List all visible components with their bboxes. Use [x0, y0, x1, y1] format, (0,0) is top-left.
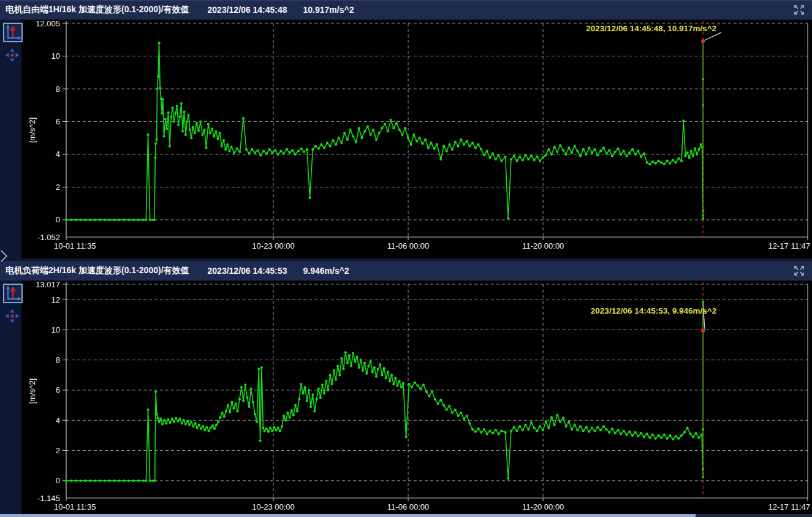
- chart-panel-motor-free-end: 电机自由端1H/16k 加速度波形(0.1-2000)/有效值 2023/12/…: [0, 0, 812, 258]
- y-tick-label: 8: [56, 85, 60, 94]
- y-tick-label: 0: [56, 476, 60, 485]
- x-tick-label: 11-06 00:00: [387, 241, 429, 251]
- app-root: 电机自由端1H/16k 加速度波形(0.1-2000)/有效值 2023/12/…: [0, 0, 812, 517]
- move-cross-icon[interactable]: [6, 48, 19, 62]
- chart-cursor-datetime: 2023/12/06 14:45:53: [208, 266, 287, 276]
- x-tick-label: 10-01 11:35: [54, 241, 96, 251]
- cursor-annotation: 2023/12/06 14:45:48, 10.917m/s^2: [586, 24, 716, 33]
- tool-rail: [0, 281, 21, 514]
- axis-arrow-tool-icon[interactable]: [3, 284, 23, 303]
- trend-chart-motor-free-end: 024681012.005-1.05210-01 11:3510-23 00:0…: [21, 20, 812, 258]
- y-min-label: -1.145: [37, 494, 60, 503]
- x-tick-label: 12-17 11:47: [768, 502, 810, 511]
- chart-title: 电机负荷端2H/16k 加速度波形(0.1-2000)/有效值: [6, 265, 189, 276]
- cursor-leader-line: [703, 32, 721, 41]
- scrollbar-thumb[interactable]: [0, 514, 696, 517]
- y-max-label: 13.017: [36, 281, 60, 289]
- chart-body: 024681012.005-1.05210-01 11:3510-23 00:0…: [0, 20, 812, 258]
- tool-rail: [0, 20, 21, 258]
- y-tick-label: 2: [56, 183, 60, 192]
- cursor-marker[interactable]: [701, 39, 705, 43]
- y-tick-label: 10: [51, 325, 60, 334]
- expand-arrows-icon[interactable]: [794, 265, 805, 276]
- x-tick-label: 11-20 00:00: [522, 241, 564, 251]
- chart-title: 电机自由端1H/16k 加速度波形(0.1-2000)/有效值: [6, 4, 189, 15]
- expand-arrows-icon[interactable]: [794, 4, 805, 15]
- y-tick-label: 8: [56, 355, 60, 364]
- x-tick-label: 11-20 00:00: [522, 502, 564, 511]
- series-line: [66, 41, 703, 220]
- y-tick-label: 12: [51, 295, 60, 304]
- y-axis-label: [m/s^2]: [28, 379, 37, 404]
- chart-header: 电机负荷端2H/16k 加速度波形(0.1-2000)/有效值 2023/12/…: [0, 261, 812, 281]
- axis-arrow-tool-icon[interactable]: [3, 23, 23, 42]
- y-tick-label: 6: [56, 117, 60, 126]
- cursor-marker[interactable]: [701, 328, 705, 332]
- x-tick-label: 10-23 00:00: [252, 502, 294, 511]
- y-axis-label: [m/s^2]: [28, 118, 37, 143]
- y-tick-label: 6: [56, 385, 60, 394]
- x-tick-label: 10-23 00:00: [252, 241, 294, 251]
- cursor-annotation: 2023/12/06 14:45:53, 9.946m/s^2: [591, 306, 716, 315]
- chart-cursor-datetime: 2023/12/06 14:45:48: [208, 5, 287, 15]
- y-tick-label: 4: [56, 149, 60, 159]
- y-tick-label: 10: [51, 51, 60, 61]
- x-tick-label: 10-01 11:35: [54, 502, 96, 511]
- series-points: [65, 40, 704, 221]
- y-tick-label: 2: [56, 446, 60, 455]
- chart-body: 02468101213.017-1.14510-01 11:3510-23 00…: [0, 281, 812, 514]
- window-top-edge: [0, 0, 812, 1]
- series-line: [66, 302, 703, 481]
- chart-header: 电机自由端1H/16k 加速度波形(0.1-2000)/有效值 2023/12/…: [0, 0, 812, 20]
- y-min-label: -1.052: [37, 233, 60, 242]
- trend-chart-motor-load-end: 02468101213.017-1.14510-01 11:3510-23 00…: [21, 281, 812, 514]
- move-cross-icon[interactable]: [6, 309, 19, 323]
- chart-panel-motor-load-end: 电机负荷端2H/16k 加速度波形(0.1-2000)/有效值 2023/12/…: [0, 261, 812, 514]
- y-tick-label: 0: [56, 215, 60, 224]
- expand-panel-chevron-icon[interactable]: [0, 249, 9, 263]
- chart-cursor-value: 9.946m/s^2: [303, 266, 349, 276]
- y-max-label: 12.005: [36, 20, 60, 28]
- series-points: [65, 301, 704, 482]
- x-tick-label: 11-06 00:00: [387, 502, 429, 511]
- x-tick-label: 12-17 11:47: [768, 241, 810, 251]
- chart-cursor-value: 10.917m/s^2: [303, 5, 354, 15]
- y-tick-label: 4: [56, 416, 60, 425]
- horizontal-scrollbar[interactable]: [0, 514, 812, 517]
